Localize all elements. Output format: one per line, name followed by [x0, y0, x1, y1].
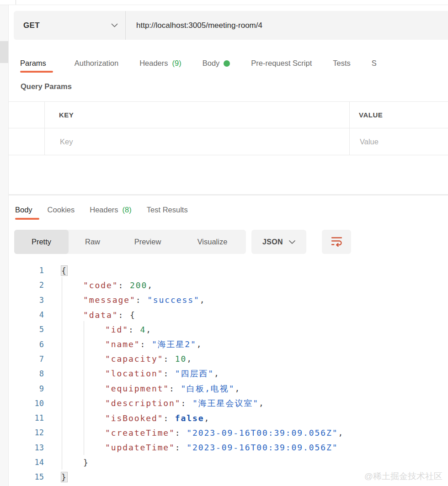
tab-label: Test Results: [147, 206, 188, 214]
value-column-header: VALUE: [350, 102, 448, 128]
rest-client-window: GET http://localhost:3005/meeting-room/4…: [0, 0, 448, 486]
table-row: [8, 128, 448, 155]
tab-count-badge: (9): [172, 59, 181, 68]
tab-label: Cookies: [48, 206, 75, 214]
code-line-content: }: [44, 472, 67, 482]
key-cell: [45, 128, 350, 155]
request-url-bar: GET http://localhost:3005/meeting-room/4: [14, 11, 448, 40]
code-line-content: {: [44, 266, 67, 275]
indent-guide: [84, 321, 84, 455]
chevron-down-icon: [289, 238, 295, 246]
code-line-content: "name": "海王星2",: [44, 339, 203, 350]
view-mode-visualize[interactable]: Visualize: [179, 230, 246, 254]
code-line: 1{: [0, 263, 448, 278]
line-number: 12: [0, 428, 44, 437]
line-number: 9: [0, 384, 44, 393]
method-label: GET: [23, 21, 40, 30]
line-number: 6: [0, 340, 44, 349]
wrap-text-button[interactable]: [322, 230, 351, 254]
code-line-content: "equipment": "白板,电视",: [44, 383, 240, 394]
view-mode-pretty[interactable]: Pretty: [14, 230, 69, 254]
code-line: 14}: [0, 455, 448, 470]
code-line-content: "data": {: [44, 310, 136, 320]
select-cell: [8, 128, 45, 155]
code-line-content: "location": "四层西",: [44, 368, 220, 379]
tab-label: S: [372, 59, 377, 68]
tab-status-dot: [224, 60, 230, 67]
tab-label: Pre-request Script: [251, 59, 312, 68]
code-line-content: "message": "success",: [44, 295, 206, 305]
code-line: 6"name": "海王星2",: [0, 337, 448, 351]
request-tabs: ParamsAuthorizationHeaders(9)BodyPre-req…: [20, 54, 377, 73]
tab-tests[interactable]: Tests: [333, 54, 351, 73]
response-view-switcher: PrettyRawPreviewVisualize: [14, 230, 246, 254]
code-line-content: "createTime": "2023-09-16T00:39:09.056Z"…: [44, 428, 344, 438]
code-line-content: "isBooked": false,: [44, 413, 210, 423]
format-dropdown-label: JSON: [262, 238, 283, 246]
tab-body[interactable]: Body: [15, 200, 32, 220]
tab-authorization[interactable]: Authorization: [75, 54, 118, 73]
tab-label: Headers: [90, 206, 118, 214]
code-line-content: "id": 4,: [44, 325, 152, 334]
watermark: @稀土掘金技术社区: [364, 470, 443, 482]
tab-label: Body: [15, 206, 32, 214]
code-line: 7"capacity": 10,: [0, 352, 448, 366]
view-mode-preview[interactable]: Preview: [117, 230, 179, 254]
tab-pre-request-script[interactable]: Pre-request Script: [251, 54, 312, 73]
response-body-viewer[interactable]: 1{2"code": 200,3"message": "success",4"d…: [0, 263, 448, 484]
code-line: 9"equipment": "白板,电视",: [0, 381, 448, 396]
line-number: 1: [0, 266, 44, 275]
response-tabs: BodyCookiesHeaders(8)Test Results: [15, 200, 188, 220]
code-line: 3"message": "success",: [0, 293, 448, 307]
section-divider[interactable]: [8, 194, 448, 195]
code-line: 10"description": "海王星会议室",: [0, 396, 448, 411]
value-header-label: VALUE: [359, 111, 383, 119]
line-number: 2: [0, 280, 44, 290]
tab-body[interactable]: Body: [203, 54, 230, 73]
value-cell: [350, 128, 448, 155]
code-line-content: "capacity": 10,: [44, 354, 192, 364]
tab-params[interactable]: Params: [20, 54, 46, 73]
wrap-text-icon: [331, 236, 343, 248]
tab-separator: [16, 0, 16, 5]
line-number: 13: [0, 443, 44, 452]
tab-test-results[interactable]: Test Results: [147, 200, 188, 220]
code-line: 13"updateTime": "2023-09-16T00:39:09.056…: [0, 440, 448, 455]
line-number: 5: [0, 325, 44, 334]
url-input[interactable]: http://localhost:3005/meeting-room/4: [126, 11, 448, 40]
query-params-label: Query Params: [21, 82, 72, 91]
code-line-content: "code": 200,: [44, 280, 153, 290]
indent-guide: [62, 277, 62, 470]
code-line-content: "description": "海王星会议室",: [44, 398, 265, 409]
view-mode-raw[interactable]: Raw: [69, 230, 117, 254]
key-column-header: KEY: [45, 102, 350, 128]
method-selector[interactable]: GET: [14, 11, 126, 40]
tab-label: Tests: [333, 59, 351, 68]
value-input[interactable]: [359, 137, 445, 147]
line-number: 10: [0, 399, 44, 408]
code-line: 8"location": "四层西",: [0, 366, 448, 381]
tab-settings[interactable]: S: [372, 54, 377, 73]
key-header-label: KEY: [59, 111, 74, 119]
line-number: 7: [0, 354, 44, 364]
tab-label: Authorization: [75, 59, 118, 68]
left-rail-scroll-thumb[interactable]: [0, 41, 8, 63]
table-header-row: KEY VALUE: [8, 102, 448, 128]
line-number: 11: [0, 413, 44, 423]
line-number: 14: [0, 458, 44, 467]
tab-count-badge: (8): [123, 206, 132, 214]
code-line-content: }: [44, 458, 89, 467]
code-line: 4"data": {: [0, 307, 448, 322]
tab-headers[interactable]: Headers(8): [90, 200, 132, 220]
key-input[interactable]: [59, 137, 336, 147]
chevron-down-icon: [111, 21, 118, 30]
format-dropdown[interactable]: JSON: [251, 230, 306, 254]
line-number: 3: [0, 296, 44, 305]
tab-label: Params: [20, 59, 46, 68]
code-line: 11"isBooked": false,: [0, 411, 448, 425]
line-number: 15: [0, 472, 44, 481]
tab-cookies[interactable]: Cookies: [48, 200, 75, 220]
tab-headers[interactable]: Headers(9): [139, 54, 181, 73]
select-column-header: [8, 102, 45, 128]
top-tabbar-edge: [0, 0, 448, 5]
